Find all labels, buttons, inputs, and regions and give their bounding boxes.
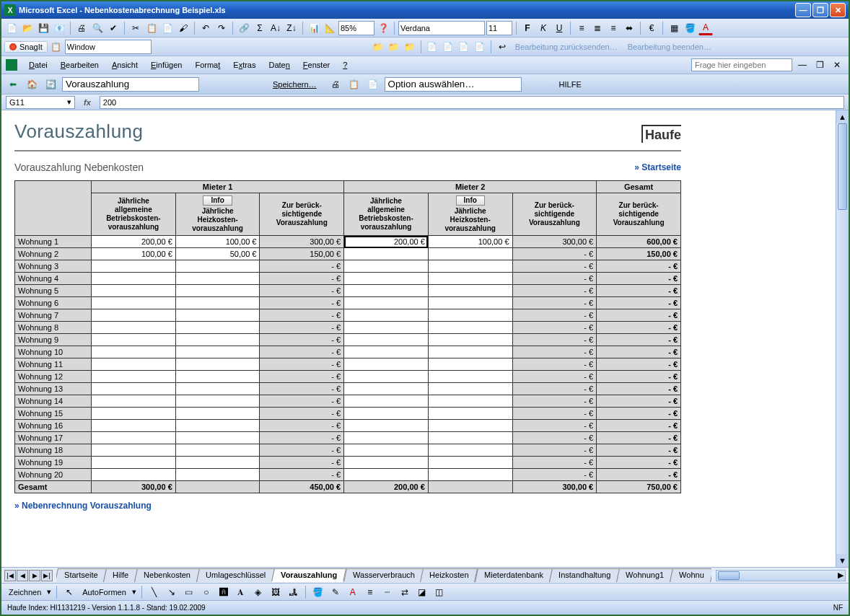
- cell-m2h[interactable]: [428, 285, 512, 297]
- scroll-down-icon[interactable]: ▼: [836, 554, 849, 567]
- cut-icon[interactable]: ✂: [128, 21, 143, 35]
- dash-style-icon[interactable]: ┈: [380, 585, 395, 599]
- folder3-icon[interactable]: 📁: [403, 40, 417, 54]
- cell-m2h[interactable]: [428, 248, 512, 260]
- print-preview-icon[interactable]: 🔍: [90, 21, 105, 35]
- menu-data[interactable]: Daten: [263, 59, 295, 71]
- menu-file[interactable]: Datei: [23, 59, 53, 71]
- arrow-style-icon[interactable]: ⇄: [398, 585, 412, 599]
- menu-edit[interactable]: Bearbeiten: [55, 59, 105, 71]
- info-button-2[interactable]: Info: [456, 195, 485, 206]
- doc-close-icon[interactable]: ✕: [830, 58, 844, 72]
- cell-m1a[interactable]: [92, 469, 176, 481]
- scroll-thumb[interactable]: [838, 123, 847, 210]
- cell-m2a[interactable]: [344, 457, 429, 469]
- cell-m1a[interactable]: [92, 285, 176, 297]
- name-box[interactable]: G11▾: [6, 96, 75, 109]
- nav-dropdown-2[interactable]: [385, 77, 522, 92]
- cell-m2a[interactable]: [344, 395, 429, 408]
- cell-m2h[interactable]: [428, 408, 512, 420]
- shadow-icon[interactable]: ◪: [415, 585, 429, 599]
- nav-copy-icon[interactable]: 📋: [347, 77, 362, 92]
- cell-m1a[interactable]: [92, 273, 176, 285]
- nav-save-link[interactable]: Speichern…: [266, 79, 324, 90]
- cell-m2h[interactable]: [428, 358, 512, 371]
- fill-icon[interactable]: 🪣: [311, 585, 325, 599]
- menu-help[interactable]: ?: [337, 59, 353, 71]
- cell-m2h[interactable]: [428, 371, 512, 383]
- doc2-icon[interactable]: 📄: [441, 40, 455, 54]
- cell-m2a[interactable]: [344, 383, 429, 395]
- underline-icon[interactable]: U: [552, 21, 566, 35]
- italic-icon[interactable]: K: [536, 21, 551, 35]
- cell-m2a[interactable]: [344, 285, 429, 297]
- horizontal-scrollbar[interactable]: ▶: [716, 570, 846, 581]
- hscroll-thumb[interactable]: [718, 571, 740, 580]
- sheet-tab[interactable]: Wasserverbrauch: [343, 568, 424, 582]
- menu-window[interactable]: Fenster: [297, 59, 336, 71]
- bearbeitung-return[interactable]: Bearbeitung zurücksenden…: [511, 43, 622, 51]
- menu-insert[interactable]: Einfügen: [145, 59, 188, 71]
- align-left-icon[interactable]: ≡: [574, 21, 589, 35]
- chart-icon[interactable]: 📊: [307, 21, 321, 35]
- nav-hilfe-link[interactable]: HILFE: [552, 79, 589, 90]
- cell-m1h[interactable]: [175, 285, 260, 297]
- cell-m1a[interactable]: 100,00 €: [92, 248, 176, 260]
- cell-m1h[interactable]: [175, 408, 260, 420]
- cell-m2a[interactable]: [344, 469, 429, 481]
- format-painter-icon[interactable]: 🖌: [176, 21, 190, 35]
- cell-m1h[interactable]: 50,00 €: [175, 248, 260, 260]
- autoshapes-menu[interactable]: AutoFormen: [79, 588, 129, 597]
- cell-m2a[interactable]: 200,00 €: [344, 236, 429, 248]
- sort-asc-icon[interactable]: A↓: [268, 21, 283, 35]
- oval-icon[interactable]: ○: [199, 585, 214, 599]
- doc-minimize-icon[interactable]: —: [795, 58, 810, 72]
- hyperlink-icon[interactable]: 🔗: [237, 21, 251, 35]
- picture-icon[interactable]: 🏞: [286, 585, 300, 599]
- sheet-tab[interactable]: Wohnung1: [616, 568, 673, 582]
- cell-m1a[interactable]: [92, 297, 176, 309]
- font-name-combo[interactable]: [398, 21, 485, 35]
- cell-m2h[interactable]: [428, 346, 512, 358]
- cell-m1a[interactable]: [92, 334, 176, 346]
- rect-icon[interactable]: ▭: [182, 585, 196, 599]
- 3d-icon[interactable]: ◫: [432, 585, 447, 599]
- borders-icon[interactable]: ▦: [667, 21, 681, 35]
- snagit-config-icon[interactable]: 📋: [49, 40, 63, 54]
- font-size-combo[interactable]: [486, 21, 512, 35]
- cell-m1h[interactable]: [175, 358, 260, 371]
- drawing-icon[interactable]: 📐: [323, 21, 337, 35]
- folder-icon[interactable]: 📁: [371, 40, 385, 54]
- autosum-icon[interactable]: Σ: [253, 21, 267, 35]
- font-color-icon[interactable]: A: [698, 21, 713, 35]
- merge-icon[interactable]: ⬌: [622, 21, 636, 35]
- cell-m1h[interactable]: [175, 444, 260, 457]
- sheet-tab[interactable]: Hilfe: [103, 568, 138, 582]
- menu-view[interactable]: Ansicht: [106, 59, 144, 71]
- cell-m1h[interactable]: [175, 273, 260, 285]
- sort-desc-icon[interactable]: Z↓: [284, 21, 299, 35]
- cell-m1a[interactable]: [92, 371, 176, 383]
- nav-back-icon[interactable]: ⬅: [6, 77, 20, 92]
- cell-m1h[interactable]: [175, 322, 260, 334]
- cell-m1h[interactable]: [175, 297, 260, 309]
- cell-m2a[interactable]: [344, 297, 429, 309]
- cell-m1h[interactable]: [175, 469, 260, 481]
- fx-icon[interactable]: fx: [84, 98, 91, 107]
- cell-m1h[interactable]: 100,00 €: [175, 236, 260, 248]
- cell-m1a[interactable]: [92, 322, 176, 334]
- help-icon[interactable]: ❓: [376, 21, 390, 35]
- cell-m2a[interactable]: [344, 371, 429, 383]
- cell-m1a[interactable]: [92, 358, 176, 371]
- cell-m1a[interactable]: [92, 395, 176, 408]
- sheet-tab[interactable]: Mieterdatenbank: [475, 568, 553, 582]
- info-button-1[interactable]: Info: [203, 195, 232, 206]
- cell-m1a[interactable]: [92, 457, 176, 469]
- align-right-icon[interactable]: ≡: [606, 21, 621, 35]
- nav-dropdown-1[interactable]: [62, 77, 199, 92]
- arrow-icon[interactable]: ↘: [165, 585, 179, 599]
- textbox-icon[interactable]: 🅰: [216, 585, 231, 599]
- font-color-2-icon[interactable]: A: [346, 585, 360, 599]
- line-style-icon[interactable]: ≡: [363, 585, 377, 599]
- cell-m2h[interactable]: [428, 432, 512, 444]
